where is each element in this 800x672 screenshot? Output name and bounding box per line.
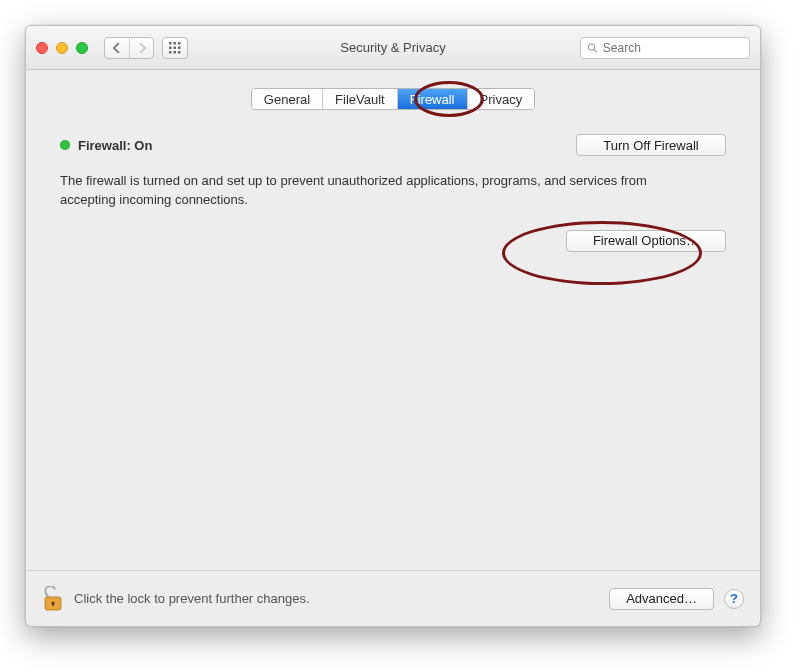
preferences-window: Security & Privacy General FileVault Fir… xyxy=(25,25,761,627)
svg-rect-14 xyxy=(52,603,54,606)
traffic-lights xyxy=(36,42,88,54)
forward-button[interactable] xyxy=(129,38,153,58)
tab-filevault[interactable]: FileVault xyxy=(323,89,398,109)
footer: Click the lock to prevent further change… xyxy=(26,570,760,626)
tab-privacy[interactable]: Privacy xyxy=(468,89,535,109)
status-indicator-icon xyxy=(60,140,70,150)
lock-icon[interactable] xyxy=(42,586,64,612)
firewall-options-button[interactable]: Firewall Options… xyxy=(566,230,726,252)
show-all-button[interactable] xyxy=(162,37,188,59)
firewall-status-label: Firewall: On xyxy=(78,138,152,153)
back-button[interactable] xyxy=(105,38,129,58)
svg-rect-1 xyxy=(174,42,177,45)
search-icon xyxy=(587,42,598,54)
advanced-button[interactable]: Advanced… xyxy=(609,588,714,610)
pane-content: Firewall: On Turn Off Firewall The firew… xyxy=(26,116,760,260)
close-button[interactable] xyxy=(36,42,48,54)
svg-line-10 xyxy=(594,49,597,52)
titlebar: Security & Privacy xyxy=(26,26,760,70)
svg-rect-3 xyxy=(169,46,172,49)
tab-general[interactable]: General xyxy=(252,89,323,109)
firewall-description: The firewall is turned on and set up to … xyxy=(60,172,680,210)
tab-firewall[interactable]: Firewall xyxy=(398,89,468,109)
svg-rect-2 xyxy=(178,42,181,45)
svg-rect-4 xyxy=(174,46,177,49)
tab-bar: General FileVault Firewall Privacy xyxy=(26,70,760,116)
svg-rect-6 xyxy=(169,51,172,54)
svg-rect-5 xyxy=(178,46,181,49)
search-field[interactable] xyxy=(580,37,750,59)
lock-hint-text: Click the lock to prevent further change… xyxy=(74,591,310,606)
svg-rect-7 xyxy=(174,51,177,54)
zoom-button[interactable] xyxy=(76,42,88,54)
turn-off-firewall-button[interactable]: Turn Off Firewall xyxy=(576,134,726,156)
nav-buttons xyxy=(104,37,154,59)
svg-point-9 xyxy=(588,43,594,49)
minimize-button[interactable] xyxy=(56,42,68,54)
search-input[interactable] xyxy=(603,41,743,55)
svg-rect-8 xyxy=(178,51,181,54)
svg-rect-0 xyxy=(169,42,172,45)
help-button[interactable]: ? xyxy=(724,589,744,609)
